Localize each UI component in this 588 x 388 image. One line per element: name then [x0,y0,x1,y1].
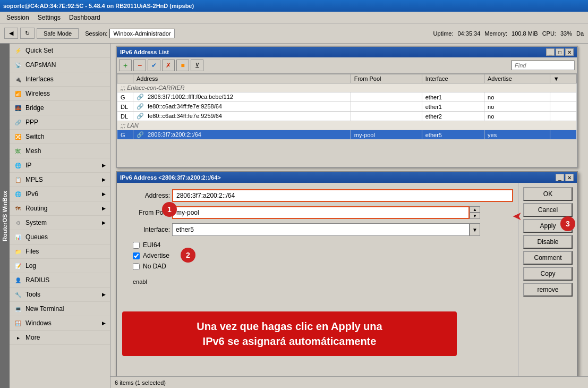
sidebar-item-bridge[interactable]: 🌉 Bridge [10,101,110,115]
ipv6-list-close[interactable]: ✕ [565,48,574,56]
cross-button[interactable]: ✗ [162,60,175,71]
sidebar-item-interfaces[interactable]: 🔌 Interfaces [10,72,110,87]
quick-set-icon: ⚡ [14,46,22,55]
check-button[interactable]: ✔ [148,60,160,71]
detail-titlebar: IPv6 Address <2806:3f7:a200:2::/64> _ ✕ [117,172,577,183]
ipv6-list-title: IPv6 Address List [120,49,545,55]
pool-up-btn[interactable]: ▲ [470,206,480,213]
sidebar-item-capsman[interactable]: 📡 CAPsMAN [10,58,110,72]
from-pool-dropdown[interactable]: my-pool [172,206,470,219]
ok-button[interactable]: OK [523,187,573,201]
wireless-icon: 📶 [14,89,22,98]
ipv6-list-titlebar: IPv6 Address List _ □ ✕ [117,47,577,57]
sidebar-item-queues[interactable]: 📊 Queues [10,230,110,244]
mesh-icon: 🕸 [14,147,22,155]
main-layout: RouterOS WinBox ⚡ Quick Set 📡 CAPsMAN 🔌 … [0,44,588,388]
advertise-checkbox[interactable] [133,252,140,259]
address-input[interactable] [172,189,513,202]
col-interface[interactable]: Interface [422,74,484,83]
filter-button[interactable]: ⊻ [191,60,203,71]
eui64-checkbox[interactable] [133,242,140,249]
menu-settings[interactable]: Settings [33,13,65,22]
refresh-button[interactable]: ↻ [20,28,35,39]
sidebar-item-ppp[interactable]: 🔗 PPP [10,115,110,130]
col-address[interactable]: Address [133,74,351,83]
table-row-selected[interactable]: G 🔗 2806:3f7:a200:2::/64 my-pool ether5 … [117,130,577,140]
bridge-icon: 🌉 [14,104,22,112]
sidebar-item-mpls[interactable]: 📋 MPLS ▶ [10,173,110,187]
adv-1: no [484,92,550,102]
windows-icon: 🪟 [14,319,22,327]
da-label: Da [576,30,584,37]
addr2-icon: 🔗 [137,103,144,109]
flag-dl2: DL [117,112,133,121]
sidebar-item-switch[interactable]: 🔀 Switch [10,130,110,144]
addr3-icon: 🔗 [137,113,144,119]
sidebar-item-wireless[interactable]: 📶 Wireless [10,87,110,101]
pool-3 [351,112,422,121]
sidebar-item-mesh[interactable]: 🕸 Mesh [10,144,110,158]
addr4-icon: 🔗 [137,131,144,138]
detail-minimize[interactable]: _ [556,174,564,181]
copy-button[interactable]: Copy [523,267,573,281]
no-dad-checkbox[interactable] [133,263,140,270]
uptime-value: 04:35:34 [457,30,480,37]
sidebar-item-routing[interactable]: 🗺 Routing ▶ [10,201,110,216]
sidebar-item-more[interactable]: ▸ More [10,331,110,345]
comment-button[interactable]: Comment [523,251,573,265]
table-row[interactable]: DL 🔗 fe80::c6ad:34ff:fe7e:9259/64 ether2… [117,112,577,121]
eui64-label: EUI64 [143,241,160,249]
table-row[interactable]: G 🔗 2806:3f7:1002::ffff:f0ca:bebe/112 et… [117,92,577,102]
session-label: Session: [85,30,107,37]
from-pool-row: From Pool: my-pool ▲ ▼ 1 [122,206,513,219]
sidebar-label-tools: Tools [25,291,40,298]
disable-button[interactable]: Disable [523,235,573,249]
safe-mode-button[interactable]: Safe Mode [37,28,79,39]
col-advertise[interactable]: Advertise [484,74,550,83]
remove-btn[interactable]: remove [523,283,573,297]
sidebar: ⚡ Quick Set 📡 CAPsMAN 🔌 Interfaces 📶 Wir… [10,44,110,388]
remove-button[interactable]: − [133,60,146,71]
sidebar-item-radius[interactable]: 👤 RADIUS [10,273,110,288]
sidebar-item-system[interactable]: ⚙ System ▶ [10,216,110,230]
cpu-value: 33% [560,30,572,37]
sidebar-item-quick-set[interactable]: ⚡ Quick Set [10,44,110,58]
ipv6-list-maximize[interactable]: □ [556,48,564,56]
routing-icon: 🗺 [14,204,22,213]
sidebar-item-files[interactable]: 📁 Files [10,244,110,259]
sidebar-item-windows[interactable]: 🪟 Windows ▶ [10,316,110,331]
col-from-pool[interactable]: From Pool [351,74,422,83]
find-input[interactable] [511,61,575,70]
winbox-label: RouterOS WinBox [0,44,10,388]
sidebar-label-interfaces: Interfaces [25,75,54,83]
address-row: Address: [122,189,513,202]
sidebar-item-tools[interactable]: 🔧 Tools ▶ [10,288,110,302]
settings-button[interactable]: ■ [176,60,189,71]
sidebar-item-ip[interactable]: 🌐 IP ▶ [10,158,110,173]
addr-2: 🔗 fe80::c6ad:34ff:fe7e:9258/64 [133,102,351,112]
ipv6-list-minimize[interactable]: _ [546,48,555,56]
radius-icon: 👤 [14,276,22,284]
sidebar-item-ipv6[interactable]: 🌐 IPv6 ▶ [10,187,110,201]
cancel-button[interactable]: Cancel [523,203,573,217]
menu-dashboard[interactable]: Dashboard [65,13,105,22]
col-flag [117,74,133,83]
pool-down-btn[interactable]: ▼ [470,213,480,219]
capsman-icon: 📡 [14,61,22,69]
log-icon: 📝 [14,262,22,270]
menu-session[interactable]: Session [2,13,33,22]
table-row[interactable]: DL 🔗 fe80::c6ad:34ff:fe7e:9258/64 ether1… [117,102,577,112]
sidebar-item-new-terminal[interactable]: 💻 New Terminal [10,302,110,316]
interface-dropdown[interactable]: ether5 [172,223,470,236]
add-button[interactable]: + [119,60,132,71]
badge3-container: 3 ➤ [523,299,573,314]
files-icon: 📁 [14,247,22,256]
advertise-label: Advertise [143,252,169,259]
interface-dropdown-btn[interactable]: ▼ [470,223,480,236]
uptime-section: Uptime: 04:35:34 Memory: 100.8 MiB CPU: … [433,30,584,37]
sidebar-item-log[interactable]: 📝 Log [10,259,110,273]
back-button[interactable]: ◀ [4,28,18,39]
col-expand[interactable]: ▼ [550,74,576,83]
advertise-row: Advertise 2 [122,252,513,259]
detail-close[interactable]: ✕ [565,174,574,181]
